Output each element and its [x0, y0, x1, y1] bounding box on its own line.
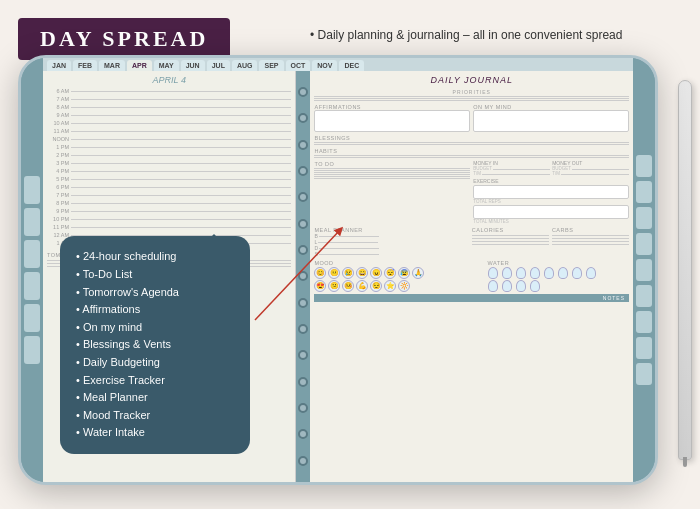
money-row: MONEY IN BUDGET T/M: [473, 160, 629, 176]
tab-oct[interactable]: OCT: [286, 60, 311, 71]
left-tab-2[interactable]: [24, 208, 40, 236]
tab-aug[interactable]: AUG: [232, 60, 258, 71]
water-glass-6[interactable]: [558, 267, 568, 279]
water-glass-12[interactable]: [530, 280, 540, 292]
water-glasses-2: [487, 280, 629, 292]
feature-7: Daily Budgeting: [76, 354, 234, 372]
mood-anxious[interactable]: 😰: [398, 267, 410, 279]
water-glass-8[interactable]: [586, 267, 596, 279]
mood-angry[interactable]: 😠: [370, 267, 382, 279]
right-tab-2[interactable]: [636, 181, 652, 203]
left-tab-6[interactable]: [24, 336, 40, 364]
time-row-6am: 6 AM: [47, 88, 291, 94]
time-row-9pm: 9 PM: [47, 208, 291, 214]
mood-confused[interactable]: 😕: [328, 280, 340, 292]
spiral-ring-11: [298, 350, 308, 360]
title-bar: DAY SPREAD: [18, 18, 230, 60]
time-row-6pm: 6 PM: [47, 184, 291, 190]
desc-bullet: •: [310, 28, 314, 42]
on-my-mind-box[interactable]: [473, 110, 629, 132]
water-glass-10[interactable]: [502, 280, 512, 292]
desc-text: Daily planning & journaling – all in one…: [318, 28, 623, 42]
exercise-section: EXERCISE TOTAL REPS TOTAL MINUTES: [473, 178, 629, 224]
total-reps-label: TOTAL REPS: [473, 199, 629, 204]
habits-section: HABITS: [314, 147, 629, 158]
spiral-ring-10: [298, 324, 308, 334]
total-minutes-label: TOTAL MINUTES: [473, 219, 629, 224]
right-tab-7[interactable]: [636, 311, 652, 333]
time-row-3pm: 3 PM: [47, 160, 291, 166]
mood-tired[interactable]: 😴: [384, 267, 396, 279]
mood-neutral[interactable]: 😐: [328, 267, 340, 279]
mood-extra[interactable]: 🔆: [398, 280, 410, 292]
mood-excited[interactable]: 😄: [356, 267, 368, 279]
right-tab-6[interactable]: [636, 285, 652, 307]
mood-sick[interactable]: 🤒: [342, 280, 354, 292]
tab-feb[interactable]: FEB: [73, 60, 97, 71]
mood-calm[interactable]: 😌: [370, 280, 382, 292]
todo-budget-row: TO DO MONEY IN: [314, 160, 629, 224]
time-1pm: 1 PM: [47, 144, 69, 150]
water-glass-1[interactable]: [488, 267, 498, 279]
tab-jul[interactable]: JUL: [207, 60, 230, 71]
page-date: APRIL 4: [47, 75, 291, 85]
water-glass-4[interactable]: [530, 267, 540, 279]
habits-label: HABITS: [314, 148, 629, 154]
spiral-ring-4: [298, 166, 308, 176]
blessings-label: BLESSINGS: [314, 135, 629, 141]
total-reps-box[interactable]: [473, 185, 629, 199]
time-4pm: 4 PM: [47, 168, 69, 174]
total-minutes-box[interactable]: [473, 205, 629, 219]
left-tab-1[interactable]: [24, 176, 40, 204]
tab-jan[interactable]: JAN: [47, 60, 71, 71]
money-out-col: MONEY OUT BUDGET T/M: [552, 160, 629, 176]
tab-sep[interactable]: SEP: [259, 60, 283, 71]
mood-strong[interactable]: 💪: [356, 280, 368, 292]
right-tab-1[interactable]: [636, 155, 652, 177]
time-3pm: 3 PM: [47, 160, 69, 166]
mood-happy[interactable]: 😊: [314, 267, 326, 279]
water-glass-2[interactable]: [502, 267, 512, 279]
time-11pm: 11 PM: [47, 224, 69, 230]
time-noon: NOON: [47, 136, 69, 142]
notes-label: NOTES: [603, 295, 625, 301]
mood-star[interactable]: ⭐: [384, 280, 396, 292]
right-tab-4[interactable]: [636, 233, 652, 255]
left-tab-4[interactable]: [24, 272, 40, 300]
feature-5: On my mind: [76, 319, 234, 337]
spiral-ring-13: [298, 403, 308, 413]
water-glass-3[interactable]: [516, 267, 526, 279]
tab-nov[interactable]: NOV: [312, 60, 337, 71]
carbs-section: CARBS: [552, 226, 629, 257]
tab-mar[interactable]: MAR: [99, 60, 125, 71]
tab-may[interactable]: MAY: [154, 60, 179, 71]
spiral-ring-12: [298, 377, 308, 387]
tab-apr[interactable]: APR: [127, 60, 152, 71]
left-tab-3[interactable]: [24, 240, 40, 268]
water-glass-7[interactable]: [572, 267, 582, 279]
right-tab-5[interactable]: [636, 259, 652, 281]
priorities-label: PRIORITIES: [314, 89, 629, 95]
right-tab-8[interactable]: [636, 337, 652, 359]
feature-3: Tomorrow's Agenda: [76, 284, 234, 302]
time-5pm: 5 PM: [47, 176, 69, 182]
time-7pm: 7 PM: [47, 192, 69, 198]
water-glass-9[interactable]: [488, 280, 498, 292]
mood-grateful[interactable]: 🙏: [412, 267, 424, 279]
tab-jun[interactable]: JUN: [181, 60, 205, 71]
spiral-binding: [296, 71, 310, 482]
on-my-mind-section: ON MY MIND: [473, 103, 629, 132]
right-tab-9[interactable]: [636, 363, 652, 385]
feature-11: Water Intake: [76, 424, 234, 442]
right-tab-3[interactable]: [636, 207, 652, 229]
water-section: WATER: [487, 259, 629, 292]
time-8am: 8 AM: [47, 104, 69, 110]
mood-sad[interactable]: 😢: [342, 267, 354, 279]
left-tab-5[interactable]: [24, 304, 40, 332]
affirmations-onmymind-row: AFFIRMATIONS ON MY MIND: [314, 103, 629, 132]
tab-dec[interactable]: DEC: [339, 60, 364, 71]
mood-love[interactable]: 😍: [314, 280, 326, 292]
affirmations-box[interactable]: [314, 110, 470, 132]
water-glass-11[interactable]: [516, 280, 526, 292]
water-glass-5[interactable]: [544, 267, 554, 279]
